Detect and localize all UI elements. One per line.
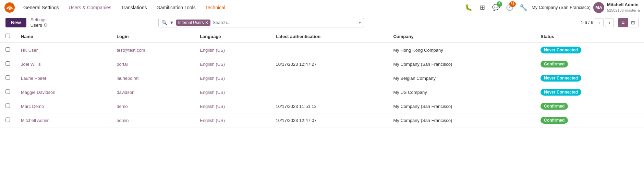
admin-sub: 52502186-master-a [607,8,640,13]
row-checkbox-cell [0,113,15,127]
row-language-1: English (US) [194,57,270,71]
table-row: Joel Willis portal English (US) 10/17/20… [0,57,644,71]
row-login-4[interactable]: demo [111,99,194,113]
row-checkbox-cell [0,43,15,57]
th-status[interactable]: Status [535,30,644,43]
list-view-btn[interactable]: ≡ [618,18,628,27]
row-company-2: My Belgian Company [388,71,535,85]
filter-tag-internal-users[interactable]: Internal Users ✕ [176,20,211,26]
row-checkbox-3[interactable] [5,89,10,94]
row-name-0[interactable]: HK User [15,43,111,57]
row-status-1: Confirmed [535,57,644,71]
row-checkbox-1[interactable] [5,61,10,66]
row-login-3[interactable]: davidson [111,85,194,99]
breadcrumb-current-label: Users [31,23,42,28]
row-login-5[interactable]: admin [111,113,194,127]
nav-translations[interactable]: Translations [117,0,151,15]
row-name-1[interactable]: Joel Willis [15,57,111,71]
row-login-2[interactable]: lauriepoiret [111,71,194,85]
nav-users-companies[interactable]: Users & Companies [64,0,116,15]
table-row: HK User test@test.com English (US) My Ho… [0,43,644,57]
users-table: Name Login Language Latest authenticatio… [0,30,644,127]
row-name-5[interactable]: Mitchell Admin [15,113,111,127]
row-company-4: My Company (San Francisco) [388,99,535,113]
users-table-container: Name Login Language Latest authenticatio… [0,30,644,127]
grid-view-icon: ⊞ [631,20,635,25]
pagination-next[interactable]: › [605,18,614,27]
status-badge-3: Never Connected [540,89,581,96]
th-latest-auth[interactable]: Latest authentication [270,30,388,43]
search-input[interactable] [212,20,356,25]
row-checkbox-5[interactable] [5,118,10,122]
app-logo[interactable] [4,2,15,13]
search-bar: 🔍 ▼ Internal Users ✕ ▾ [158,18,364,27]
table-row: Maggie Davidson davidson English (US) My… [0,85,644,99]
nav-gamification-tools[interactable]: Gamification Tools [153,0,200,15]
row-name-3[interactable]: Maggie Davidson [15,85,111,99]
row-checkbox-0[interactable] [5,47,10,52]
nav-right-area: 🐛 ⊞ 💬 6 🕐 31 🔧 My Company (San Francisco… [463,2,640,13]
table-row: Mitchell Admin admin English (US) 10/17/… [0,113,644,127]
filter-tag-close[interactable]: ✕ [205,20,208,25]
row-status-5: Confirmed [535,113,644,127]
row-login-0[interactable]: test@test.com [111,43,194,57]
view-toggle: ≡ ⊞ [618,18,639,27]
status-badge-4: Confirmed [540,103,568,110]
activity-icon-btn[interactable]: 🕐 31 [504,2,515,13]
row-name-4[interactable]: Marc Demo [15,99,111,113]
row-status-0: Never Connected [535,43,644,57]
row-status-3: Never Connected [535,85,644,99]
nav-general-settings[interactable]: General Settings [19,0,63,15]
row-checkbox-4[interactable] [5,103,10,108]
chat-badge: 6 [497,1,502,7]
th-name[interactable]: Name [15,30,111,43]
row-language-3: English (US) [194,85,270,99]
row-latest-auth-0 [270,43,388,57]
status-badge-0: Never Connected [540,47,581,53]
top-navigation: General Settings Users & Companies Trans… [0,0,644,15]
status-badge-5: Confirmed [540,117,568,124]
row-name-2[interactable]: Laurie Poiret [15,71,111,85]
svg-point-1 [9,8,11,10]
new-button[interactable]: New [5,18,26,27]
row-latest-auth-1: 10/17/2023 12:47:27 [270,57,388,71]
avatar[interactable]: MA [593,2,604,13]
row-checkbox-cell [0,99,15,113]
breadcrumb-parent[interactable]: Settings [31,17,48,22]
admin-info[interactable]: Mitchell Admin 52502186-master-a [607,2,640,13]
pagination-prev[interactable]: ‹ [595,18,604,27]
row-checkbox-2[interactable] [5,75,10,80]
row-language-4: English (US) [194,99,270,113]
th-company[interactable]: Company [388,30,535,43]
status-badge-1: Confirmed [540,61,568,67]
action-bar: New Settings Users ⚙ 🔍 ▼ Internal Users … [0,15,644,30]
admin-name: Mitchell Admin [607,2,640,8]
settings-wrench-btn[interactable]: 🔧 [518,2,529,13]
row-latest-auth-5: 10/17/2023 12:47:07 [270,113,388,127]
row-company-1: My Company (San Francisco) [388,57,535,71]
nav-technical[interactable]: Technical [201,0,229,15]
company-name[interactable]: My Company (San Francisco) [532,5,591,10]
users-gear-icon[interactable]: ⚙ [44,22,48,28]
grid-view-btn[interactable]: ⊞ [628,18,639,27]
search-dropdown-arrow[interactable]: ▾ [359,20,361,25]
row-latest-auth-3 [270,85,388,99]
row-language-2: English (US) [194,71,270,85]
status-badge-2: Never Connected [540,75,581,82]
table-row: Laurie Poiret lauriepoiret English (US) … [0,71,644,85]
row-company-5: My Company (San Francisco) [388,113,535,127]
th-language[interactable]: Language [194,30,270,43]
search-icon: 🔍 [161,20,167,25]
debug-icon-btn[interactable]: 🐛 [463,2,474,13]
row-checkbox-cell [0,85,15,99]
dashboard-icon-btn[interactable]: ⊞ [477,2,488,13]
pagination-text: 1-6 / 6 [581,20,593,25]
dashboard-icon: ⊞ [480,4,485,11]
table-header-row: Name Login Language Latest authenticatio… [0,30,644,43]
row-status-4: Confirmed [535,99,644,113]
bug-icon: 🐛 [465,4,472,11]
select-all-checkbox[interactable] [5,34,10,38]
row-login-1[interactable]: portal [111,57,194,71]
th-login[interactable]: Login [111,30,194,43]
chat-icon-btn[interactable]: 💬 6 [490,2,501,13]
